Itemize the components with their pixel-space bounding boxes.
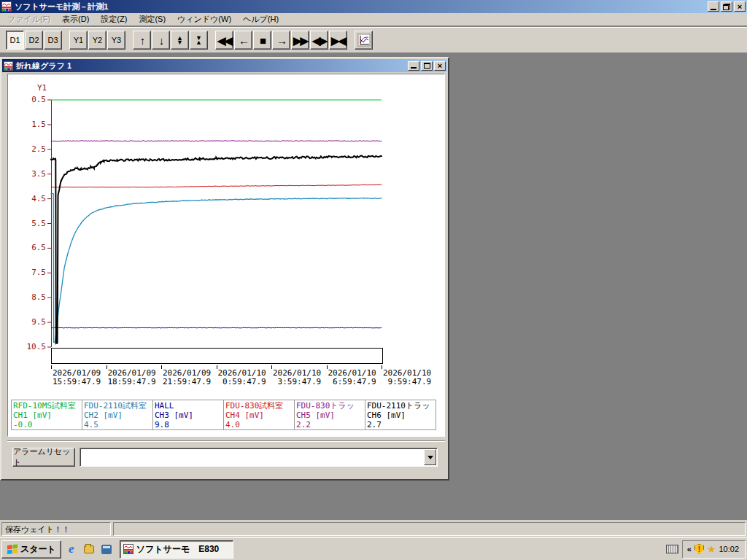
quicklaunch-show-desktop-button[interactable] [82,541,96,557]
x-tick-label-2: 2026/01/09 18:59:47.9 [108,369,156,386]
legend-location-ch6: FDU-2110トラッ [367,401,434,411]
close-button[interactable]: × [734,1,746,12]
d1-button[interactable]: D1 [6,31,24,50]
graph-minimize-button[interactable] [408,61,419,71]
expand-horizontal-button[interactable]: ◀▶ [310,31,328,50]
series-line-ch6 [51,156,382,343]
x-tick-label-3: 2026/01/09 21:59:47.9 [163,369,211,386]
menu-item-6[interactable]: ヘルプ(H) [237,12,285,26]
compress-horizontal-button-icon: ▶◀ [331,35,345,46]
taskbar-clock: 10:02 [719,545,739,553]
d2-button[interactable]: D2 [25,31,43,50]
compress-horizontal-button[interactable]: ▶◀ [329,31,347,50]
menu-item-1[interactable]: ファイル(F) [1,12,56,26]
internet-explorer-icon: e [69,542,74,556]
d3-button[interactable]: D3 [44,31,62,50]
compress-vertical-button-icon: ▲ [196,40,202,44]
legend-location-ch3: HALL [155,401,222,411]
menu-item-4[interactable]: 測定(S) [133,12,171,26]
y-tick-label-6.5: 6.5 [12,243,46,252]
status-bar: 保存ウェイト！！ [0,520,747,537]
graph-close-button[interactable]: × [434,61,446,71]
legend-cell-ch2[interactable]: FDU-2110試料室CH2 [mV]4.5 [82,400,153,429]
line-chart[interactable] [51,100,382,347]
scroll-down-button[interactable]: ↓ [152,31,170,50]
fast-forward-button[interactable]: ▶▶ [291,31,309,50]
y1-button[interactable]: Y1 [69,31,88,50]
x-tick-label-7: 2026/01/10 9:59:47.9 [383,369,431,386]
legend-cell-ch4[interactable]: FDU-830試料室CH4 [mV]4.0 [224,400,295,429]
quicklaunch-ie-button[interactable]: e [64,541,79,557]
expand-vertical-button[interactable]: ▲▼ [171,31,189,50]
rewind-button[interactable]: ◀◀ [215,31,233,50]
expand-horizontal-button-icon: ◀▶ [312,35,326,46]
legend-cell-ch1[interactable]: RFD-10MS試料室CH1 [mV]-0.0 [12,400,82,429]
main-titlebar: ソフトサーモ計測－計測1 × [0,0,747,13]
stop-button-icon: ■ [260,35,265,46]
y3-button[interactable]: Y3 [107,31,125,50]
stop-button[interactable]: ■ [253,31,271,50]
start-label: スタート [20,543,56,556]
x-tick-2 [107,365,107,369]
app-icon [1,1,12,12]
alarm-reset-button[interactable]: アラームリセット [12,448,75,467]
legend-value-ch1: -0.0 [13,420,80,429]
quicklaunch-outlook-button[interactable] [99,541,114,557]
alarm-combobox[interactable] [80,448,438,467]
scroll-up-button[interactable]: ↑ [133,31,151,50]
compress-vertical-button[interactable]: ▼▲ [190,31,208,50]
menu-item-2[interactable]: 表示(D) [56,12,95,26]
restore-button[interactable] [721,1,732,12]
y-axis-title: Y1 [37,83,47,93]
legend-value-ch4: 4.0 [225,420,293,429]
tray-chevron[interactable]: « [687,545,692,553]
graph-window-titlebar[interactable]: 折れ線グラフ 1 × [2,59,447,72]
start-button[interactable]: スタート [1,540,61,559]
combobox-dropdown-button[interactable] [424,449,436,465]
task-label: ソフトサーモ E830 [136,543,219,556]
x-tick-label-6: 2026/01/10 6:59:47.9 [328,369,376,386]
y-axis-line [47,100,52,347]
chevron-down-icon [427,456,433,459]
legend-value-ch5: 2.2 [296,420,363,429]
series-line-ch5 [51,141,382,141]
minimize-button[interactable] [708,1,719,12]
x-tick-4 [217,365,217,369]
x-tick-7 [382,365,382,369]
x-tick-6 [327,365,328,369]
graph-setup-button[interactable] [355,31,373,50]
legend-cell-ch6[interactable]: FDU-2110トラッCH6 [mV]2.7 [365,400,436,429]
scroll-right-button[interactable]: → [272,31,290,50]
legend-cell-ch3[interactable]: HALLCH3 [mV]9.8 [153,400,224,429]
fast-forward-button-icon: ▶▶ [293,35,307,46]
graph-maximize-button[interactable] [421,61,433,71]
y-tick-label-8.5: 8.5 [12,292,46,302]
y-tick-label-9.5: 9.5 [12,317,46,327]
scroll-left-button[interactable]: ← [234,31,252,50]
y2-button[interactable]: Y2 [88,31,107,50]
close-icon: × [738,3,742,10]
window-title: ソフトサーモ計測－計測1 [15,1,706,12]
graph-minimize-icon [411,67,417,69]
range-selector-box[interactable] [51,348,383,364]
security-shield-icon[interactable]: ! [694,544,704,554]
d3-button-label: D3 [47,36,58,44]
x-tick-1 [51,365,52,369]
status-secondary-panel [113,522,746,536]
status-message-panel: 保存ウェイト！！ [1,522,111,536]
graph-window-icon [4,61,13,71]
y-tick-label-3.5: 3.5 [12,169,46,179]
star-icon[interactable]: ★ [707,544,716,554]
legend-cell-ch5[interactable]: FDU-830トラッCH5 [mV]2.2 [295,400,365,429]
windows-logo-icon [7,544,18,554]
rewind-button-icon: ◀◀ [217,35,231,46]
system-tray: « ! ★ 10:02 [666,540,746,559]
taskbar-task-button[interactable]: ソフトサーモ E830 [120,540,233,559]
keyboard-layout-icon[interactable] [666,545,678,553]
y-tick-label-0.5: 0.5 [12,95,46,104]
status-message: 保存ウェイト！！ [5,525,70,534]
legend-channel-ch3: CH3 [mV] [155,411,222,420]
menu-item-3[interactable]: 設定(Z) [95,12,133,26]
legend-channel-ch2: CH2 [mV] [84,411,151,420]
menu-item-5[interactable]: ウィンドウ(W) [171,12,237,26]
